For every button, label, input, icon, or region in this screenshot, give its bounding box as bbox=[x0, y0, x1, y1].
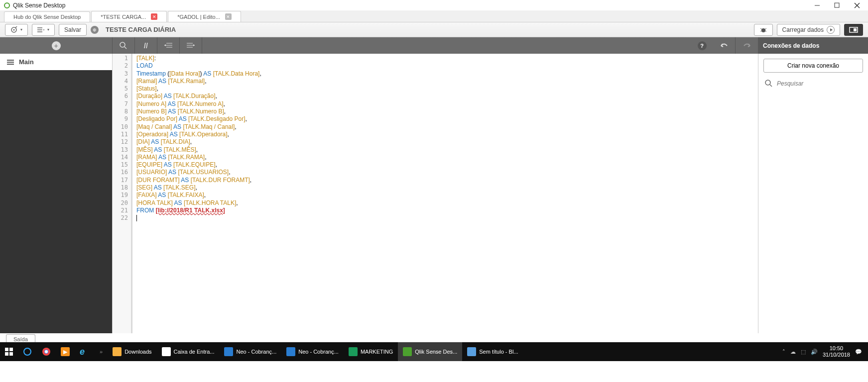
chrome-pinned[interactable] bbox=[37, 342, 56, 361]
svg-rect-29 bbox=[9, 348, 13, 351]
main-toolbar: Salvar ⊕ TESTE CARGA DIÁRIA Carregar dad… bbox=[0, 22, 868, 37]
connections-panel: Criar nova conexão bbox=[758, 54, 868, 333]
output-area: Saída bbox=[0, 333, 868, 342]
svg-line-6 bbox=[15, 26, 17, 28]
close-icon[interactable]: ✕ bbox=[151, 13, 157, 20]
tab-label: *TESTE CARGA... bbox=[101, 14, 146, 20]
windows-taskbar: ▶ e » DownloadsCaixa de Entra...Neo - Co… bbox=[0, 342, 868, 361]
save-button[interactable]: Salvar bbox=[59, 24, 87, 36]
taskbar-item[interactable]: Neo - Cobranç... bbox=[219, 342, 281, 361]
tab-bar: Hub do Qlik Sense Desktop *TESTE CARGA..… bbox=[0, 10, 868, 22]
network-icon[interactable]: ⬚ bbox=[801, 349, 806, 355]
load-data-button[interactable]: Carregar dados bbox=[777, 24, 840, 36]
taskbar-item[interactable]: Neo - Cobranç... bbox=[281, 342, 344, 361]
tab-teste-carga[interactable]: *TESTE CARGA...✕ bbox=[91, 11, 167, 22]
clock[interactable]: 10:50 31/10/2018 bbox=[823, 345, 850, 358]
qlik-icon bbox=[4, 2, 10, 8]
tray-up-icon[interactable]: ˄ bbox=[782, 349, 785, 355]
editor-toolbar: + // ? Conexões de dados bbox=[0, 37, 868, 54]
maximize-button[interactable] bbox=[832, 0, 842, 10]
svg-rect-1 bbox=[835, 3, 839, 7]
code-editor[interactable]: [TALK]:LOADTimestamp ([Data Hora]) AS [T… bbox=[131, 54, 758, 333]
sections-panel: Main bbox=[0, 54, 113, 333]
editor-panel: 12345678910111213141516171819202122 [TAL… bbox=[113, 54, 758, 333]
svg-line-27 bbox=[770, 85, 772, 87]
clock-time: 10:50 bbox=[823, 345, 850, 352]
taskbar-item[interactable]: Caixa de Entra... bbox=[157, 342, 220, 361]
svg-point-18 bbox=[120, 42, 125, 47]
svg-rect-28 bbox=[5, 348, 8, 351]
tab-label: *GADOL | Edito... bbox=[177, 14, 220, 20]
svg-point-26 bbox=[765, 80, 770, 85]
play-icon bbox=[827, 26, 835, 34]
tab-label: Hub do Qlik Sense Desktop bbox=[13, 14, 81, 20]
add-section-button[interactable]: + bbox=[52, 41, 61, 50]
add-section-area: + bbox=[0, 37, 113, 54]
drag-handle-icon bbox=[7, 60, 14, 65]
svg-line-12 bbox=[760, 28, 762, 29]
search-icon bbox=[765, 80, 773, 88]
taskbar-item[interactable]: Qlik Sense Des... bbox=[398, 342, 462, 361]
comment-button[interactable]: // bbox=[135, 37, 157, 54]
svg-rect-17 bbox=[854, 28, 857, 31]
svg-rect-30 bbox=[5, 352, 8, 356]
svg-point-35 bbox=[45, 350, 48, 353]
section-main[interactable]: Main bbox=[0, 54, 112, 70]
connections-header: Conexões de dados bbox=[758, 37, 868, 54]
line-gutter: 12345678910111213141516171819202122 bbox=[113, 54, 131, 333]
undo-button[interactable] bbox=[713, 37, 736, 54]
volume-icon[interactable]: 🔊 bbox=[811, 349, 818, 355]
help-button[interactable]: ? bbox=[691, 37, 713, 54]
ie-pinned[interactable]: e bbox=[75, 342, 95, 361]
minimize-button[interactable] bbox=[812, 0, 822, 10]
notifications-icon[interactable]: 💬 bbox=[855, 349, 862, 355]
tab-hub[interactable]: Hub do Qlik Sense Desktop bbox=[4, 11, 90, 22]
globe-icon: ⊕ bbox=[91, 26, 99, 34]
svg-point-11 bbox=[761, 28, 765, 32]
cortana-button[interactable] bbox=[18, 342, 37, 361]
debug-button[interactable] bbox=[754, 24, 773, 36]
taskbar-item[interactable]: Sem título - Bl... bbox=[462, 342, 523, 361]
svg-point-5 bbox=[13, 29, 15, 30]
start-button[interactable] bbox=[0, 342, 18, 361]
connection-search-input[interactable] bbox=[777, 80, 863, 87]
search-button[interactable] bbox=[113, 37, 135, 54]
load-data-label: Carregar dados bbox=[782, 26, 824, 33]
app-title: TESTE CARGA DIÁRIA bbox=[106, 26, 176, 33]
tab-gadol[interactable]: *GADOL | Edito...✕ bbox=[168, 11, 241, 22]
menu-button[interactable] bbox=[32, 24, 55, 36]
indent-button[interactable] bbox=[157, 37, 180, 54]
clock-date: 31/10/2018 bbox=[823, 352, 850, 358]
svg-line-19 bbox=[124, 47, 126, 49]
redo-button[interactable] bbox=[736, 37, 758, 54]
create-connection-button[interactable]: Criar nova conexão bbox=[763, 59, 863, 73]
close-button[interactable] bbox=[852, 0, 862, 10]
onedrive-icon[interactable]: ☁ bbox=[790, 349, 796, 355]
view-button[interactable] bbox=[844, 24, 863, 36]
outdent-button[interactable] bbox=[180, 37, 202, 54]
overflow-button[interactable]: » bbox=[95, 342, 108, 361]
media-pinned[interactable]: ▶ bbox=[56, 342, 75, 361]
window-title: Qlik Sense Desktop bbox=[13, 2, 65, 9]
svg-point-10 bbox=[43, 29, 44, 30]
taskbar-item[interactable]: Downloads bbox=[108, 342, 156, 361]
window-titlebar: Qlik Sense Desktop bbox=[0, 0, 868, 10]
svg-line-13 bbox=[765, 28, 766, 29]
svg-rect-31 bbox=[9, 352, 13, 356]
svg-point-32 bbox=[24, 348, 31, 355]
close-icon[interactable]: ✕ bbox=[225, 13, 232, 20]
taskbar-item[interactable]: MARKETING bbox=[344, 342, 398, 361]
output-toggle[interactable]: Saída bbox=[6, 334, 35, 342]
section-label: Main bbox=[19, 58, 34, 66]
navigate-button[interactable] bbox=[5, 24, 28, 36]
